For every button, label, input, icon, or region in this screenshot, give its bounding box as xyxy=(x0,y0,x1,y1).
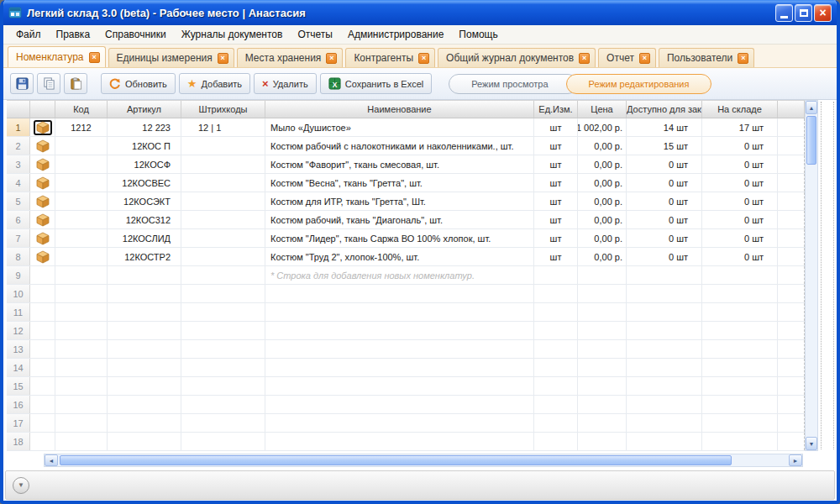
item-icon-cell[interactable] xyxy=(30,396,55,413)
cell-unit[interactable] xyxy=(534,396,578,413)
cell-barcodes[interactable] xyxy=(181,285,265,302)
item-icon-cell[interactable] xyxy=(30,414,55,432)
row-number[interactable]: 3 xyxy=(7,155,30,173)
cell-article[interactable] xyxy=(108,303,181,321)
cell-price[interactable] xyxy=(578,322,627,339)
cell-name[interactable]: Мыло «Душистое» xyxy=(265,118,534,136)
item-icon-cell[interactable] xyxy=(30,248,55,265)
row-number[interactable]: 18 xyxy=(7,433,30,450)
paste-button[interactable] xyxy=(64,73,87,94)
cell-stock[interactable]: 0 шт xyxy=(702,155,778,173)
table-row[interactable]: 15 xyxy=(7,377,805,396)
cell-code[interactable]: 1212 xyxy=(55,118,108,136)
item-icon-cell[interactable] xyxy=(30,285,55,302)
row-number[interactable]: 7 xyxy=(7,229,30,247)
cell-price[interactable]: 0,00 р. xyxy=(578,155,627,173)
cell-unit[interactable] xyxy=(534,377,578,395)
header-name[interactable]: Наименование xyxy=(265,101,534,118)
menu-edit[interactable]: Правка xyxy=(49,26,98,43)
cell-name[interactable] xyxy=(265,433,534,450)
cell-price[interactable]: 1 002,00 р. xyxy=(578,118,627,136)
table-row[interactable]: 612КОС312Костюм рабочий, ткань "Диагонал… xyxy=(7,211,805,229)
cell-barcodes[interactable] xyxy=(181,248,265,265)
cell-unit[interactable]: шт xyxy=(534,155,578,173)
cell-code[interactable] xyxy=(55,359,108,376)
cell-stock[interactable]: 0 шт xyxy=(702,137,778,155)
item-icon-cell[interactable] xyxy=(30,322,55,339)
header-unit[interactable]: Ед.Изм. xyxy=(534,101,578,118)
cell-available[interactable] xyxy=(627,266,702,284)
cell-price[interactable] xyxy=(578,340,627,358)
header-article[interactable]: Артикул xyxy=(108,101,181,118)
cell-code[interactable] xyxy=(55,211,108,228)
item-icon-cell[interactable] xyxy=(30,118,55,136)
collapse-panel-button[interactable]: ▼ xyxy=(13,477,29,494)
row-number[interactable]: 17 xyxy=(7,414,30,432)
cell-name[interactable]: Костюм "Весна", ткань "Гретта", шт. xyxy=(265,174,534,192)
cell-available[interactable]: 0 шт xyxy=(627,192,702,210)
cell-price[interactable] xyxy=(578,359,627,376)
cell-article[interactable]: 12КОСВЕС xyxy=(108,174,181,192)
cell-article[interactable] xyxy=(108,340,181,358)
row-number[interactable]: 16 xyxy=(7,396,30,413)
table-row[interactable]: 812КОСТР2Костюм "Труд 2", хлопок-100%, ш… xyxy=(7,248,805,266)
cell-price[interactable]: 0,00 р. xyxy=(578,137,627,155)
cell-name[interactable] xyxy=(265,359,534,376)
cell-price[interactable] xyxy=(578,377,627,395)
cell-available[interactable]: 14 шт xyxy=(627,118,702,136)
cell-name[interactable]: Костюм "Фаворит", ткань смесовая, шт. xyxy=(265,155,534,173)
menu-help[interactable]: Помощь xyxy=(451,26,505,43)
cell-stock[interactable] xyxy=(702,433,778,450)
cell-available[interactable] xyxy=(627,322,702,339)
cell-article[interactable] xyxy=(108,266,181,284)
cell-unit[interactable]: шт xyxy=(534,248,578,265)
cell-article[interactable] xyxy=(108,285,181,302)
table-row[interactable]: 14 xyxy=(7,359,805,377)
cell-unit[interactable] xyxy=(534,303,578,321)
table-row[interactable]: 10 xyxy=(7,285,805,303)
item-icon-cell[interactable] xyxy=(30,192,55,210)
cell-code[interactable] xyxy=(55,137,108,155)
header-available[interactable]: Доступно для зак xyxy=(627,101,702,118)
cell-name[interactable] xyxy=(265,340,534,358)
cell-barcodes[interactable] xyxy=(181,266,265,284)
cell-article[interactable] xyxy=(108,414,181,432)
cell-article[interactable] xyxy=(108,322,181,339)
tab-close-icon[interactable]: × xyxy=(89,52,100,63)
scroll-up-button[interactable]: ▲ xyxy=(806,101,817,114)
cell-stock[interactable] xyxy=(702,396,778,413)
view-mode-button[interactable]: Режим просмотра xyxy=(449,74,577,94)
cell-price[interactable] xyxy=(578,285,627,302)
cell-barcodes[interactable] xyxy=(181,396,265,413)
minimize-button[interactable] xyxy=(775,4,793,22)
tab-close-icon[interactable]: × xyxy=(326,53,337,64)
item-icon-cell[interactable] xyxy=(30,155,55,173)
cell-available[interactable] xyxy=(627,414,702,432)
delete-button[interactable]: × Удалить xyxy=(254,73,317,94)
table-row[interactable]: 1121212 22312 | 1Мыло «Душистое»шт1 002,… xyxy=(7,118,805,137)
cell-stock[interactable]: 0 шт xyxy=(702,229,778,247)
save-button[interactable] xyxy=(10,73,34,94)
tab-close-icon[interactable]: × xyxy=(218,53,228,64)
item-icon-cell[interactable] xyxy=(30,359,55,376)
cell-available[interactable] xyxy=(627,377,702,395)
cell-barcodes[interactable] xyxy=(181,174,265,192)
table-row[interactable]: 16 xyxy=(7,396,805,414)
row-number[interactable]: 11 xyxy=(7,303,30,321)
cell-code[interactable] xyxy=(55,174,108,192)
item-icon-cell[interactable] xyxy=(30,229,55,247)
cell-code[interactable] xyxy=(55,229,108,247)
header-code[interactable]: Код xyxy=(55,101,108,118)
cell-barcodes[interactable] xyxy=(181,340,265,358)
cell-article[interactable] xyxy=(108,396,181,413)
cell-code[interactable] xyxy=(55,192,108,210)
table-row[interactable]: 9* Строка для добавления новых номенклат… xyxy=(7,266,805,285)
cell-article[interactable] xyxy=(108,377,181,395)
cell-barcodes[interactable] xyxy=(181,322,265,339)
cell-name[interactable]: Костюм для ИТР, ткань "Гретта", Шт. xyxy=(265,192,534,210)
cell-price[interactable] xyxy=(578,433,627,450)
cell-barcodes[interactable] xyxy=(181,211,265,228)
horizontal-scroll-thumb[interactable] xyxy=(60,455,732,465)
cell-price[interactable] xyxy=(578,414,627,432)
cell-available[interactable]: 0 шт xyxy=(627,174,702,192)
